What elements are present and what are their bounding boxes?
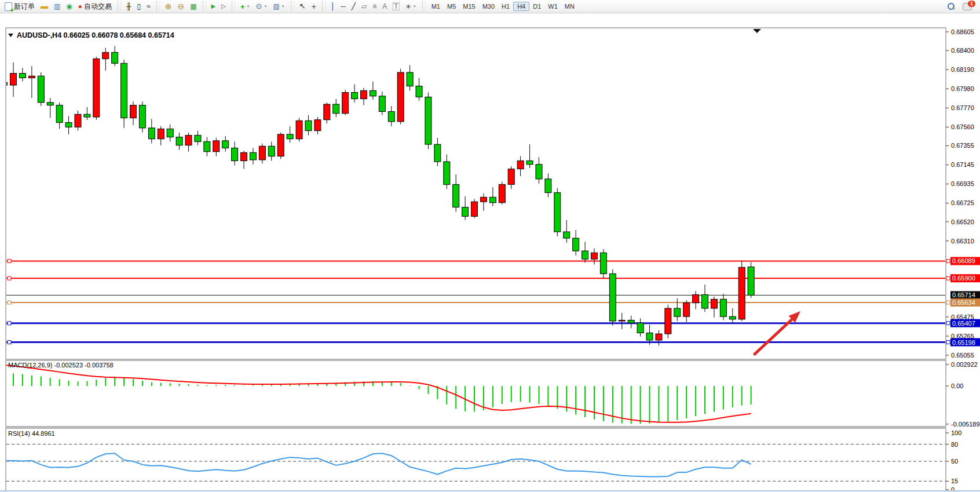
search-icon[interactable] xyxy=(948,3,955,10)
candle-body xyxy=(296,121,302,139)
autotrading-button[interactable]: ● 自动交易 xyxy=(75,1,115,13)
timeframe-mn-button[interactable]: MN xyxy=(561,2,578,10)
timeframe-h1-button[interactable]: H1 xyxy=(498,2,513,10)
chat-icon[interactable]: 1 xyxy=(963,3,972,10)
candle-body xyxy=(646,333,653,340)
candle-body xyxy=(75,114,81,127)
resistance-line-065900-right-handle[interactable] xyxy=(946,276,950,280)
vertical-line-tool-button[interactable]: │ xyxy=(328,2,338,11)
toolbar-separator xyxy=(118,1,121,12)
charts-window-button[interactable]: ▥ xyxy=(51,2,63,11)
chart-shift-button[interactable]: ▷ xyxy=(218,2,229,11)
signal-button[interactable]: ◉ xyxy=(63,2,75,11)
toolbar-separator xyxy=(322,1,326,12)
candle-body xyxy=(342,93,349,114)
candle-body xyxy=(19,74,25,78)
candle-body xyxy=(397,72,404,122)
channel-tool-button[interactable]: ▱ xyxy=(359,2,370,11)
periods-button[interactable]: ⊙ ▼ xyxy=(253,2,270,11)
trendline-icon: ╱ xyxy=(352,3,356,10)
support-line-065198-right-handle[interactable] xyxy=(946,341,950,344)
text-label-tool-button[interactable]: T xyxy=(390,1,402,12)
auto-scroll-button[interactable]: ▶ xyxy=(209,2,219,11)
candle-body xyxy=(480,197,487,202)
chart-area[interactable]: AUDUSD-,H4 0.66025 0.66078 0.65684 0.657… xyxy=(0,13,980,490)
zoom-out-button[interactable]: ⊖ xyxy=(175,2,188,11)
timeframe-h4-button[interactable]: H4 xyxy=(513,2,529,11)
candle-body xyxy=(185,135,192,145)
candle-body xyxy=(444,162,450,184)
price-tick-label: 0.66725 xyxy=(951,199,974,206)
support-line-065407-left-handle[interactable] xyxy=(8,322,11,325)
chart-canvas[interactable]: AUDUSD-,H4 0.66025 0.66078 0.65684 0.657… xyxy=(0,13,980,490)
crosshair-tool-button[interactable]: + xyxy=(309,2,319,11)
tile-windows-button[interactable]: ▦ xyxy=(187,2,199,11)
dropdown-icon: ▼ xyxy=(264,3,267,10)
vertical-line-icon: │ xyxy=(331,3,335,10)
new-order-button[interactable]: + 新订单 xyxy=(2,1,38,13)
horizontal-line-tool-button[interactable]: ─ xyxy=(338,2,349,11)
macd-label: MACD(12,26,9) -0.002523 -0.003758 xyxy=(8,362,114,369)
horizontal-line-icon: ─ xyxy=(341,3,346,10)
pivot-line-065634-right-handle[interactable] xyxy=(946,301,950,304)
bar-chart-mode-button[interactable]: ╫ xyxy=(123,2,134,11)
new-order-label: 新订单 xyxy=(14,2,35,12)
arrows-tool-button[interactable]: ∗ ▼ xyxy=(403,2,419,11)
support-line-065407-right-handle[interactable] xyxy=(946,322,950,325)
trendline-tool-button[interactable]: ╱ xyxy=(349,2,359,11)
candle-body xyxy=(656,334,662,340)
zoom-in-button[interactable]: ⊕ xyxy=(162,2,175,11)
candle-body xyxy=(222,141,229,148)
timeframe-d1-button[interactable]: D1 xyxy=(529,2,544,10)
main-chart-panel xyxy=(6,28,946,359)
gold-button[interactable]: ▬ xyxy=(38,2,51,11)
line-chart-mode-button[interactable]: ≈ xyxy=(144,2,153,11)
text-tool-button[interactable]: A xyxy=(379,2,390,11)
chart-shift-icon: ▷ xyxy=(221,3,226,10)
candle-body xyxy=(729,316,736,319)
periods-clock-icon: ⊙ xyxy=(256,3,262,10)
price-tick-label: 0.67145 xyxy=(951,161,974,168)
crosshair-icon: + xyxy=(312,3,316,10)
line-chart-icon: ≈ xyxy=(147,3,151,10)
indicators-icon: + xyxy=(240,2,245,11)
candle-body xyxy=(720,299,726,316)
dropdown-icon: ▼ xyxy=(247,3,250,10)
timeframe-m30-button[interactable]: M30 xyxy=(479,2,498,10)
candle-body xyxy=(536,165,542,179)
resistance-line-065900-left-handle[interactable] xyxy=(8,276,11,280)
templates-button[interactable]: ▧ ▼ xyxy=(270,2,287,11)
text-icon: A xyxy=(382,3,387,10)
candle-body xyxy=(379,96,385,112)
candle-chart-icon: ▯ xyxy=(137,3,141,10)
candle-body xyxy=(637,323,643,333)
candle-body xyxy=(47,103,53,105)
price-axis[interactable]: 0.686050.684000.681900.679800.677700.675… xyxy=(946,28,980,490)
candle-body xyxy=(259,146,265,160)
notification-badge: 1 xyxy=(968,1,975,7)
rsi-tick-label: 100 xyxy=(951,429,961,436)
timeframe-m15-button[interactable]: M15 xyxy=(459,2,478,10)
price-tick-label: 0.68605 xyxy=(951,28,974,35)
fibonacci-tool-button[interactable]: ≡ xyxy=(370,2,379,11)
timeframe-m5-button[interactable]: M5 xyxy=(444,2,459,10)
support-line-065198-left-handle[interactable] xyxy=(8,341,11,344)
candle-body xyxy=(407,72,413,86)
candle-body xyxy=(711,299,717,308)
candle-body xyxy=(665,308,671,334)
indicators-button[interactable]: + ▼ xyxy=(237,1,253,12)
pivot-line-065634-left-handle[interactable] xyxy=(8,301,11,304)
resistance-line-066089-left-handle[interactable] xyxy=(8,259,11,263)
candle-body xyxy=(526,161,533,164)
candle-chart-mode-button[interactable]: ▯ xyxy=(134,2,144,11)
candle-body xyxy=(619,320,625,321)
candle-body xyxy=(693,294,699,303)
candle-body xyxy=(28,76,35,78)
zoom-in-icon: ⊕ xyxy=(165,3,172,10)
candle-body xyxy=(609,274,616,321)
cursor-tool-button[interactable]: ↖ xyxy=(297,2,309,11)
resistance-line-066089-right-handle[interactable] xyxy=(946,259,950,263)
timeframe-w1-button[interactable]: W1 xyxy=(544,2,561,10)
candle-body xyxy=(462,207,469,217)
timeframe-m1-button[interactable]: M1 xyxy=(428,2,444,10)
